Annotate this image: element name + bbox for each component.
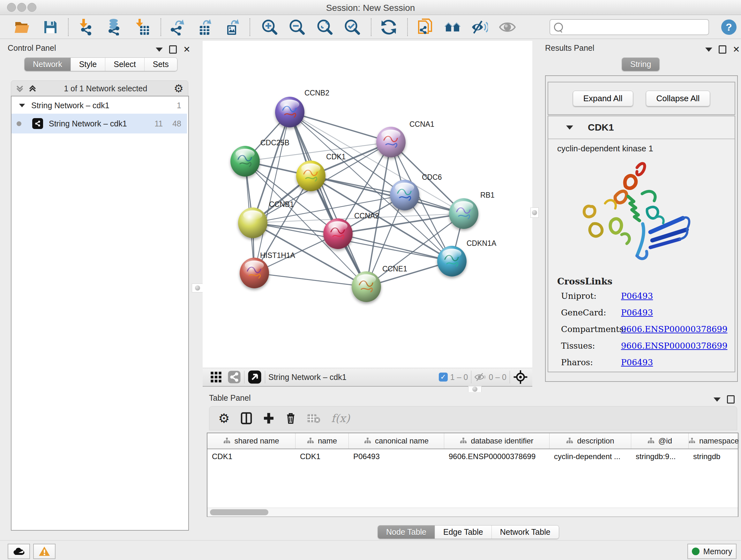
scrollbar-thumb[interactable] [210,509,268,515]
detach-view-icon[interactable] [248,370,262,384]
node-gloss [357,274,376,284]
panel-close-icon[interactable]: ✕ [733,46,740,53]
horizontal-splitter-handle[interactable] [468,386,482,392]
toolbar-separator [407,18,408,36]
tab-select[interactable]: Select [105,58,144,71]
collapse-all-button[interactable]: Collapse All [646,91,711,106]
table-cell[interactable]: stringdb:9... [631,449,689,464]
column-header-description[interactable]: description [549,433,631,449]
network-edge[interactable] [290,112,391,142]
expand-all-button[interactable]: Expand All [573,91,633,106]
table-cell[interactable]: CDK1 [295,449,349,464]
crosslinks-heading: CrossLinks [557,276,735,287]
table-cell[interactable]: P06493 [349,449,444,464]
open-session-button[interactable] [14,19,30,36]
node-table: shared namenamecanonical namedatabase id… [207,433,738,517]
node-label: CDK1 [326,152,346,161]
gene-section-header[interactable]: CDK1 [548,116,735,139]
network-collection-row[interactable]: String Network – cdk1 1 [11,97,187,114]
export-network-button[interactable] [169,19,185,36]
delete-column-icon[interactable] [285,412,296,425]
show-eye-button[interactable] [499,19,516,36]
network-edge[interactable] [254,273,366,287]
table-cell[interactable]: stringdb [689,449,739,464]
export-table-button[interactable] [197,19,213,36]
share-document-button[interactable] [417,19,433,36]
table-gear-icon[interactable]: ⚙ [218,411,230,426]
expand-all-icon[interactable] [28,84,37,93]
import-network-file-button[interactable] [78,19,94,36]
collapse-all-icon[interactable] [15,84,24,93]
split-columns-icon[interactable] [241,412,252,425]
table-cell[interactable]: CDK1 [207,449,295,464]
show-all-networks-button[interactable] [444,19,461,36]
export-image-button[interactable] [224,19,241,36]
network-edge[interactable] [290,112,366,287]
crosslink-link[interactable]: 9606.ENSP00000378699 [621,341,727,351]
network-view-icon[interactable] [227,370,241,384]
table-toolbar: ⚙ f(x) [209,406,737,430]
panel-close-icon[interactable]: ✕ [183,46,191,53]
network-canvas[interactable]: CCNB2CCNA1CDC25BCDK1CDC6RB1CCNB1CCNA2CDK… [203,41,532,368]
column-header-@id[interactable]: @id [631,433,689,449]
tab-network[interactable]: Network [24,58,71,71]
crosslink-link[interactable]: P06493 [621,308,653,317]
gene-name: CDK1 [588,122,614,133]
save-session-button[interactable] [42,19,59,36]
table-row[interactable]: CDK1CDK1P064939606.ENSP00000378699cyclin… [207,449,738,464]
column-header-shared-name[interactable]: shared name [207,433,295,449]
cloud-status-button[interactable] [8,544,30,559]
crosslink-link[interactable]: P06493 [621,358,653,367]
memory-button[interactable]: Memory [687,544,737,559]
table-horizontal-scrollbar[interactable] [207,508,738,516]
options-gear-icon[interactable]: ⚙ [174,82,184,95]
crosslink-link[interactable]: P06493 [621,291,653,301]
separator [471,371,471,383]
collapse-section-icon[interactable] [566,125,573,130]
warning-status-button[interactable] [33,544,56,559]
left-splitter-handle[interactable] [192,284,203,293]
zoom-out-button[interactable] [289,19,306,36]
column-header-canonical-name[interactable]: canonical name [349,433,444,449]
table-cell[interactable]: cyclin-dependent ... [549,449,631,464]
birds-eye-view-icon[interactable] [513,370,528,384]
tab-edge-table[interactable]: Edge Table [434,525,491,539]
tab-network-table[interactable]: Network Table [491,525,559,539]
search-input[interactable] [565,22,709,32]
shared-column-icon [689,437,695,444]
column-header-namespace[interactable]: namespace [689,433,739,449]
panel-float-icon[interactable] [169,45,177,54]
function-builder-icon[interactable]: f(x) [331,412,350,425]
gene-description: cyclin-dependent kinase 1 [557,144,735,153]
tab-node-table[interactable]: Node Table [378,525,434,539]
hide-selected-button[interactable] [471,19,488,36]
import-network-database-button[interactable] [106,19,123,36]
crosslink-link[interactable]: 9606.ENSP00000378699 [621,324,727,334]
panel-menu-icon[interactable] [705,48,712,52]
panel-menu-icon[interactable] [156,48,163,52]
selected-checkbox-icon[interactable]: ✓ [439,373,448,381]
tab-style[interactable]: Style [71,58,105,71]
node-label: CDC25B [260,138,289,147]
search-bar[interactable] [549,19,709,35]
right-splitter-handle[interactable] [530,207,539,218]
grid-view-icon[interactable] [210,371,222,383]
table-cell[interactable]: 9606.ENSP00000378699 [444,449,549,464]
tree-expand-icon[interactable] [19,104,25,107]
panel-menu-icon[interactable] [714,397,721,401]
network-row-selected[interactable]: String Network – cdk1 11 48 [11,114,187,133]
panel-float-icon[interactable] [719,45,726,54]
tab-string[interactable]: String [622,58,659,71]
column-header-name[interactable]: name [295,433,349,449]
delete-table-icon[interactable] [307,413,320,424]
help-button[interactable]: ? [721,19,737,36]
zoom-fit-button[interactable] [317,19,333,36]
tab-sets[interactable]: Sets [144,58,177,71]
zoom-in-button[interactable] [261,19,278,36]
refresh-view-button[interactable] [381,19,397,36]
column-header-database-identifier[interactable]: database identifier [444,433,549,449]
zoom-selected-button[interactable] [344,19,360,36]
add-column-icon[interactable] [263,412,274,425]
import-table-file-button[interactable] [134,19,151,36]
panel-float-icon[interactable] [727,395,735,403]
